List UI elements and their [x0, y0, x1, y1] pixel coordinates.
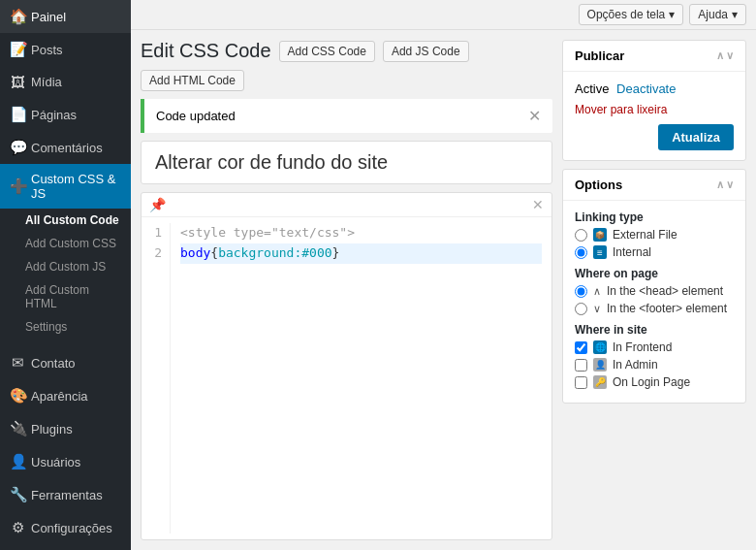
code-editor-body[interactable]: 1 2 <style type="text/css"> body{backgro…	[142, 217, 551, 539]
sidebar-label-contato: Contato	[31, 356, 76, 371]
code-line-2	[180, 264, 542, 284]
help-button[interactable]: Ajuda ▾	[689, 4, 746, 25]
help-chevron-icon: ▾	[732, 8, 738, 21]
sidebar-item-midia[interactable]: 🖼 Mídia	[0, 66, 131, 98]
sidebar-sub-label-add-custom-css: Add Custom CSS	[25, 237, 116, 250]
move-to-trash-link[interactable]: Mover para lixeira	[575, 103, 667, 116]
sidebar-item-recolher[interactable]: ◀ Recolher menu	[0, 544, 131, 550]
linking-option-internal: ≡ Internal	[575, 245, 734, 259]
options-chevron-down-icon: ∨	[726, 178, 734, 191]
radio-head[interactable]	[575, 285, 587, 298]
sidebar-sub-label-settings: Settings	[25, 320, 67, 334]
tools-icon: 🔧	[10, 486, 25, 503]
sidebar-item-usuarios[interactable]: 👤 Usuários	[0, 445, 131, 478]
notice-close-button[interactable]: ✕	[528, 107, 541, 125]
sidebar-label-configuracoes: Configurações	[31, 521, 112, 535]
appearance-icon: 🎨	[10, 387, 25, 404]
sidebar-sub-add-custom-js[interactable]: Add Custom JS	[0, 255, 131, 278]
frontend-icon: 🌐	[593, 340, 607, 354]
where-site-login: 🔑 On Login Page	[575, 375, 734, 389]
publish-box-title: Publicar	[575, 49, 624, 63]
code-content[interactable]: <style type="text/css"> body{background:…	[171, 223, 551, 534]
sidebar-item-ferramentas[interactable]: 🔧 Ferramentas	[0, 478, 131, 511]
sidebar-item-aparencia[interactable]: 🎨 Aparência	[0, 379, 131, 412]
sidebar: 🏠 Painel 📝 Posts 🖼 Mídia 📄 Páginas 💬 Com…	[0, 0, 131, 550]
add-css-code-button[interactable]: Add CSS Code	[279, 41, 375, 62]
options-chevron-up-icon: ∧	[716, 178, 724, 191]
where-frontend-label: In Frontend	[613, 340, 672, 354]
add-js-code-button[interactable]: Add JS Code	[383, 41, 469, 62]
right-panel: Publicar ∧ ∨ Active Deactivate Mover par…	[562, 40, 746, 540]
code-property: background:#000	[218, 243, 331, 264]
options-chevrons: ∧ ∨	[716, 178, 734, 191]
line-numbers: 1 2	[142, 223, 171, 534]
where-page-footer: ∨ In the <footer> element	[575, 302, 734, 315]
sidebar-label-midia: Mídia	[31, 75, 62, 89]
expand-icon[interactable]: ✕	[532, 197, 544, 212]
sidebar-item-plugins[interactable]: 🔌 Plugins	[0, 412, 131, 445]
sidebar-sub-all-custom-code[interactable]: All Custom Code	[0, 209, 131, 232]
where-login-label: On Login Page	[613, 375, 690, 389]
radio-footer[interactable]	[575, 303, 587, 315]
notice-bar: Code updated ✕	[141, 99, 552, 133]
editor-panel: Edit CSS Code Add CSS Code Add JS Code A…	[141, 40, 552, 540]
sidebar-item-configuracoes[interactable]: ⚙ Configurações	[0, 511, 131, 544]
sidebar-item-posts[interactable]: 📝 Posts	[0, 33, 131, 66]
code-brace-open: {	[210, 243, 218, 264]
radio-internal[interactable]	[575, 246, 587, 259]
sidebar-label-plugins: Plugins	[31, 422, 73, 437]
deactivate-link[interactable]: Deactivate	[616, 81, 676, 96]
line-number-2: 2	[149, 243, 162, 264]
line-number-1: 1	[149, 223, 162, 243]
where-head-label: In the <head> element	[607, 284, 723, 298]
sidebar-sub-label-add-custom-js: Add Custom JS	[25, 260, 106, 274]
sidebar-label-aparencia: Aparência	[31, 389, 88, 404]
where-page-head: ∧ In the <head> element	[575, 284, 734, 298]
screen-options-button[interactable]: Opções de tela ▾	[579, 4, 684, 25]
sidebar-item-painel[interactable]: 🏠 Painel	[0, 0, 131, 33]
code-line-1: body{background:#000}	[180, 243, 542, 264]
plus-icon: ➕	[10, 178, 25, 195]
publish-row: Atualiza	[575, 124, 734, 150]
login-icon: 🔑	[593, 375, 607, 389]
sidebar-item-contato[interactable]: ✉ Contato	[0, 346, 131, 379]
sidebar-sub-label-all-custom-code: All Custom Code	[25, 213, 119, 227]
sidebar-sub-add-custom-css[interactable]: Add Custom CSS	[0, 232, 131, 255]
sidebar-item-paginas[interactable]: 📄 Páginas	[0, 98, 131, 131]
checkbox-login[interactable]	[575, 376, 587, 389]
media-icon: 🖼	[10, 74, 25, 90]
publish-box: Publicar ∧ ∨ Active Deactivate Mover par…	[562, 40, 746, 161]
options-box: Options ∧ ∨ Linking type 📦 External File	[562, 169, 746, 404]
add-html-code-button[interactable]: Add HTML Code	[141, 70, 244, 91]
update-button[interactable]: Atualiza	[658, 124, 734, 150]
settings-icon: ⚙	[10, 519, 25, 536]
pin-icon: 📌	[149, 197, 166, 212]
page-title: Edit CSS Code	[141, 40, 271, 62]
checkbox-frontend[interactable]	[575, 341, 587, 354]
sidebar-sub-label-add-custom-html: Add Custom HTML	[25, 283, 89, 310]
main-area: Opções de tela ▾ Ajuda ▾ Edit CSS Code A…	[131, 0, 756, 550]
notice-text: Code updated	[156, 109, 236, 123]
code-title-input[interactable]	[141, 141, 552, 184]
sidebar-label-ferramentas: Ferramentas	[31, 488, 103, 502]
linking-external-label: External File	[613, 228, 677, 242]
sidebar-sub-add-custom-html[interactable]: Add Custom HTML	[0, 278, 131, 315]
external-file-icon: 📦	[593, 228, 607, 242]
linking-internal-label: Internal	[613, 245, 651, 259]
options-box-title: Options	[575, 178, 622, 192]
status-active-label: Active	[575, 81, 609, 96]
linking-option-external: 📦 External File	[575, 228, 734, 242]
sidebar-item-custom-css-js[interactable]: ➕ Custom CSS & JS	[0, 164, 131, 209]
code-brace-close: }	[332, 243, 340, 264]
sidebar-item-comentarios[interactable]: 💬 Comentários	[0, 131, 131, 164]
sidebar-label-custom-css-js: Custom CSS & JS	[31, 172, 121, 201]
options-box-body: Linking type 📦 External File ≡ Internal …	[563, 201, 745, 403]
radio-external[interactable]	[575, 229, 587, 242]
sidebar-sub-settings[interactable]: Settings	[0, 315, 131, 339]
sidebar-label-posts: Posts	[31, 43, 63, 57]
sidebar-label-comentarios: Comentários	[31, 141, 103, 155]
mail-icon: ✉	[10, 354, 25, 372]
checkbox-admin[interactable]	[575, 359, 587, 372]
comments-icon: 💬	[10, 139, 25, 156]
where-site-admin: 👤 In Admin	[575, 358, 734, 372]
